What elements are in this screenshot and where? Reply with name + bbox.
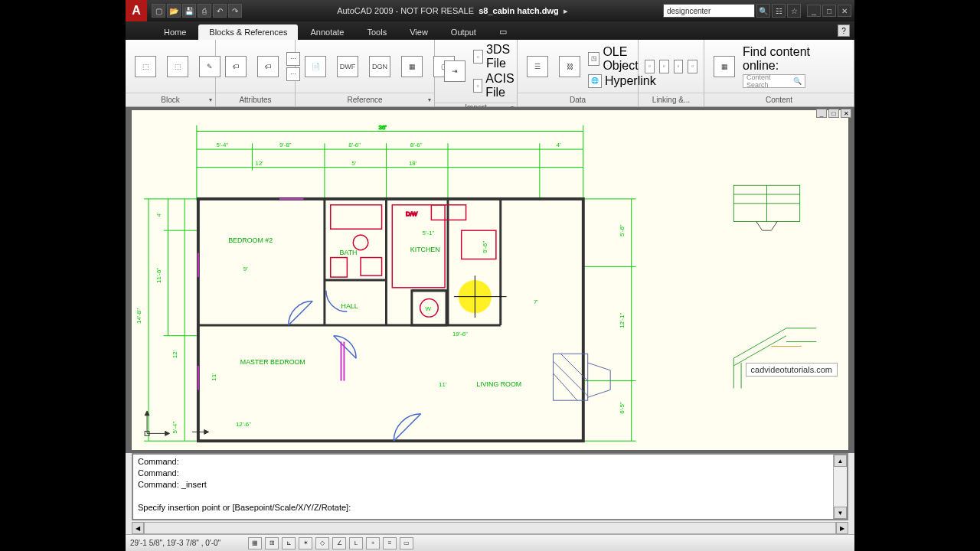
minimize-button[interactable]: _ [807,5,821,17]
redo-icon[interactable]: ↷ [228,4,242,18]
tab-annotate[interactable]: Annotate [299,24,354,40]
maximize-button[interactable]: □ [822,5,836,17]
svg-text:8'-6": 8'-6" [410,142,423,148]
tab-blocks-references[interactable]: Blocks & References [198,24,298,40]
panel-linking: ▫ ▫ ▫ ▫ Linking &... [639,40,704,106]
save-icon[interactable]: 💾 [182,4,196,18]
tab-expand-icon[interactable]: ▭ [488,24,518,40]
svg-text:5': 5' [351,160,356,167]
dyn-toggle[interactable]: + [366,537,380,549]
svg-text:BEDROOM #2: BEDROOM #2 [228,236,273,244]
tab-view[interactable]: View [399,24,439,40]
content-online-label: Find content online: [743,45,848,73]
field-button[interactable]: ☰ [524,54,551,79]
clip-button[interactable]: ▦ [398,54,426,79]
snap-toggle[interactable]: ▦ [248,537,262,549]
scroll-right-icon[interactable]: ▶ [836,522,848,534]
ducs-toggle[interactable]: L [349,537,363,549]
svg-text:4': 4' [155,212,162,217]
watermark: cadvideotutorials.com [746,363,838,377]
lwt-toggle[interactable]: ≡ [383,537,397,549]
import-3ds-button[interactable]: ▫3DS File [473,43,518,70]
design-center-button[interactable]: ▦ [710,54,738,79]
create-block-button[interactable]: ⬚ [164,54,191,79]
status-bar: 29'-1 5/8", 19'-3 7/8" , 0'-0" ▦ ⊞ ⊾ ✶ ◇… [126,534,854,551]
scroll-down-icon[interactable]: ▼ [834,507,847,519]
viewport-minimize-icon[interactable]: _ [816,109,827,118]
grid-toggle[interactable]: ⊞ [265,537,279,549]
search-icon[interactable]: 🔍 [756,4,770,18]
svg-text:11': 11' [439,381,447,388]
otrack-toggle[interactable]: ∠ [332,537,346,549]
command-hscroll[interactable]: ◀ ▶ [132,522,848,534]
link-tool-1-icon[interactable]: ▫ [645,60,655,73]
svg-text:MASTER BEDROOM: MASTER BEDROOM [240,358,305,366]
edit-attributes-button[interactable]: 🏷 [254,54,282,79]
coordinates-readout: 29'-1 5/8", 19'-3 7/8" , 0'-0" [130,539,245,547]
ribbon: ⬚ ⬚ ✎ Block▾ 🏷 🏷 ⋯ ⋯ Attributes 📄 DWF DG… [126,40,854,107]
new-icon[interactable]: ▢ [152,4,165,18]
svg-text:12'-1": 12'-1" [619,313,626,328]
data-link-button[interactable]: ⛓ [556,54,583,79]
tab-output[interactable]: Output [440,24,487,40]
osnap-toggle[interactable]: ◇ [315,537,329,549]
ortho-toggle[interactable]: ⊾ [282,537,296,549]
svg-text:5'-4": 5'-4" [172,422,178,434]
svg-text:5'-6": 5'-6" [619,224,626,236]
drawing-canvas[interactable]: 36' 5'-4" 9'-8" 8'-6" 8'-6" 4' 12 [132,110,848,450]
link-tool-4-icon[interactable]: ▫ [688,60,697,73]
tab-home[interactable]: Home [153,24,197,40]
comm-center-icon[interactable]: ☷ [772,4,786,18]
svg-text:9': 9' [243,266,248,272]
command-window[interactable]: Command: Command: Command: _insert Speci… [132,453,848,520]
qp-toggle[interactable]: ▭ [400,537,413,549]
import-button[interactable]: ⇥ [441,59,469,83]
favorites-icon[interactable]: ☆ [787,4,801,18]
link-tool-3-icon[interactable]: ▫ [674,60,684,73]
svg-marker-102 [204,429,209,434]
viewport-close-icon[interactable]: ✕ [841,109,851,118]
scroll-up-icon[interactable]: ▲ [834,455,847,467]
svg-text:W: W [426,305,432,312]
svg-text:HALL: HALL [341,302,358,310]
svg-marker-99 [165,431,170,435]
svg-text:12': 12' [256,160,264,167]
import-acis-button[interactable]: ▫ACIS File [473,72,518,99]
print-icon[interactable]: ⎙ [198,4,211,18]
panel-reference: 📄 DWF DGN ▦ ▢ Reference▾ [296,40,435,106]
svg-text:KITCHEN: KITCHEN [410,246,440,253]
app-menu-button[interactable]: A [126,0,147,21]
content-search-input[interactable]: Content Search🔍 [743,74,805,88]
command-vscroll[interactable]: ▲ ▼ [833,455,847,519]
panel-import: ⇥ ▫3DS File ▫ACIS File Import▾ [435,40,518,106]
panel-attributes: 🏷 🏷 ⋯ ⋯ Attributes [216,40,296,106]
svg-text:9'-6": 9'-6" [482,241,488,253]
infocenter-search[interactable]: designcenter [663,4,755,18]
svg-text:5'-4": 5'-4" [216,142,228,148]
svg-text:36': 36' [379,124,387,131]
dwf-button[interactable]: DWF [334,54,361,79]
svg-rect-50 [331,258,348,278]
scroll-left-icon[interactable]: ◀ [132,522,144,534]
command-text: Command: Command: Command: _insert Speci… [133,455,833,519]
help-icon[interactable]: ? [838,24,850,37]
dgn-button[interactable]: DGN [366,54,394,79]
insert-block-button[interactable]: ⬚ [132,54,159,79]
svg-rect-51 [361,258,382,276]
define-attributes-button[interactable]: 🏷 [222,54,250,79]
panel-data: ☰ ⛓ ◳OLE Object 🌐Hyperlink Data [518,40,639,106]
drawing-area-wrap: _ □ ✕ 36' 5'-4" [126,107,854,453]
close-button[interactable]: ✕ [838,5,851,17]
viewport-maximize-icon[interactable]: □ [828,109,839,118]
svg-text:19'-6": 19'-6" [452,331,468,337]
open-icon[interactable]: 📂 [167,4,181,18]
autocad-window: A ▢ 📂 💾 ⎙ ↶ ↷ AutoCAD 2009 - NOT FOR RES… [126,0,854,551]
svg-text:12'-6": 12'-6" [236,421,251,428]
tab-tools[interactable]: Tools [357,24,398,40]
polar-toggle[interactable]: ✶ [299,537,312,549]
undo-icon[interactable]: ↶ [213,4,227,18]
svg-text:8'-6": 8'-6" [348,142,361,148]
link-tool-2-icon[interactable]: ▫ [659,60,669,73]
attach-button[interactable]: 📄 [302,54,329,79]
svg-rect-48 [331,205,382,229]
